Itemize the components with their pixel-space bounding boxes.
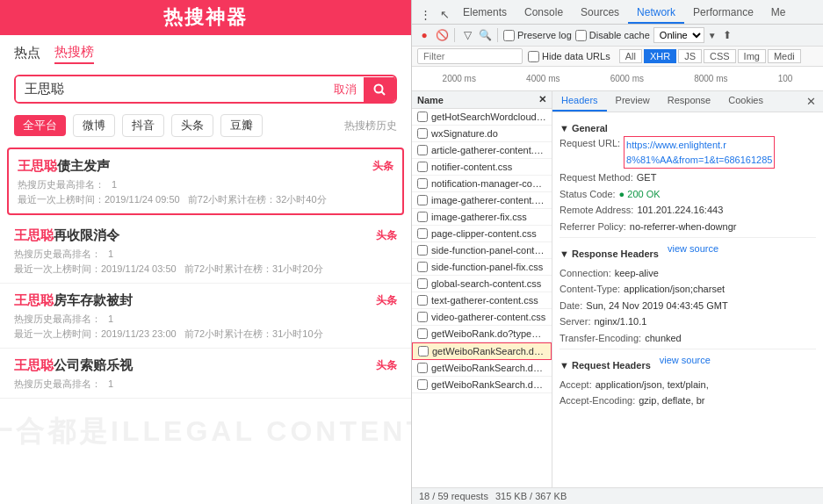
details-close-button[interactable]: ✕ bbox=[799, 91, 823, 112]
req-checkbox-5[interactable] bbox=[417, 195, 428, 205]
method-value: GET bbox=[637, 170, 657, 185]
request-item-13[interactable]: getWeiboRank.do?type=real bbox=[412, 326, 552, 342]
filter-toutiao-button[interactable]: 头条 bbox=[171, 114, 213, 137]
devtools-options-icon[interactable]: ⋮ bbox=[415, 4, 435, 24]
type-js-button[interactable]: JS bbox=[678, 49, 702, 63]
req-checkbox-12[interactable] bbox=[417, 312, 428, 322]
filter-all-button[interactable]: 全平台 bbox=[14, 115, 66, 136]
hide-data-urls-checkbox[interactable] bbox=[528, 51, 539, 62]
request-item-9[interactable]: side-function-panel-fix.css bbox=[412, 259, 552, 276]
req-name-6: image-gatherer-fix.css bbox=[431, 212, 527, 222]
throttle-arrow: ▼ bbox=[708, 31, 717, 40]
type-media-button[interactable]: Medi bbox=[768, 49, 801, 63]
tab-sources[interactable]: Sources bbox=[572, 3, 628, 24]
req-checkbox-8[interactable] bbox=[417, 245, 428, 256]
tab-network[interactable]: Network bbox=[628, 3, 684, 24]
response-headers-view-source[interactable]: view source bbox=[668, 241, 718, 264]
req-checkbox-3[interactable] bbox=[417, 162, 428, 172]
request-headers-title-row: ▼ Request Headers view source bbox=[559, 353, 816, 376]
type-xhr-button[interactable]: XHR bbox=[644, 49, 676, 63]
search-submit-button[interactable] bbox=[364, 77, 395, 102]
devtools-inspect-icon[interactable]: ↖ bbox=[435, 4, 454, 24]
request-headers-view-source[interactable]: view source bbox=[660, 353, 711, 376]
rank-label-1: 热搜历史最高排名： bbox=[18, 179, 105, 190]
details-tab-cookies[interactable]: Cookies bbox=[719, 91, 772, 112]
req-checkbox-11[interactable] bbox=[417, 295, 428, 306]
tab-performance[interactable]: Performance bbox=[684, 3, 762, 24]
req-checkbox-4[interactable] bbox=[417, 178, 428, 189]
req-checkbox-10[interactable] bbox=[417, 278, 428, 289]
request-item-15[interactable]: getWeiboRankSearch.do?key bbox=[412, 360, 552, 377]
preserve-log-checkbox[interactable] bbox=[503, 30, 515, 41]
req-checkbox-1[interactable] bbox=[417, 128, 428, 139]
timeline-label-3: 6000 ms bbox=[610, 74, 644, 83]
filter-icon[interactable]: ▽ bbox=[460, 28, 474, 42]
req-checkbox-6[interactable] bbox=[417, 212, 428, 222]
request-item-16[interactable]: getWeiboRankSearch.do?key▼ bbox=[412, 377, 552, 393]
request-item-14[interactable]: getWeiboRankSearch.do?key bbox=[412, 342, 552, 360]
tab-more[interactable]: Me bbox=[762, 3, 795, 24]
clear-icon[interactable]: 🚫 bbox=[435, 28, 449, 42]
type-all-button[interactable]: All bbox=[619, 49, 642, 63]
request-item-10[interactable]: global-search-content.css bbox=[412, 276, 552, 292]
type-img-button[interactable]: Img bbox=[738, 49, 766, 63]
search-input[interactable] bbox=[16, 76, 327, 102]
details-tab-headers[interactable]: Headers bbox=[552, 91, 607, 112]
search-cancel-button[interactable]: 取消 bbox=[327, 82, 364, 97]
filter-douyin-button[interactable]: 抖音 bbox=[122, 114, 164, 137]
disable-cache-checkbox[interactable] bbox=[575, 30, 587, 41]
request-item-4[interactable]: notification-manager-conten bbox=[412, 176, 552, 192]
req-checkbox-14[interactable] bbox=[418, 346, 429, 356]
filter-douban-button[interactable]: 豆瓣 bbox=[220, 114, 263, 137]
record-icon[interactable]: ● bbox=[417, 28, 431, 42]
request-item-2[interactable]: article-gatherer-content.css bbox=[412, 142, 552, 159]
request-item-11[interactable]: text-gatherer-content.css bbox=[412, 292, 552, 309]
disable-cache-label[interactable]: Disable cache bbox=[575, 30, 650, 41]
result-item-4[interactable]: 王思聪公司索赔乐视 头条 热搜历史最高排名：1 bbox=[0, 349, 411, 399]
search-network-icon[interactable]: 🔍 bbox=[478, 28, 492, 42]
tab-console[interactable]: Console bbox=[516, 3, 572, 24]
result-item-1[interactable]: 王思聪债主发声 头条 热搜历史最高排名：1 最近一次上榜时间：2019/11/2… bbox=[7, 148, 404, 215]
req-checkbox-15[interactable] bbox=[417, 363, 428, 373]
result-item-3[interactable]: 王思聪房车存款被封 头条 热搜历史最高排名：1 最近一次上榜时间：2019/11… bbox=[0, 284, 411, 349]
req-name-15: getWeiboRankSearch.do?key bbox=[431, 363, 546, 373]
filter-input[interactable] bbox=[417, 48, 523, 64]
request-item-1[interactable]: wxSignature.do bbox=[412, 126, 552, 142]
req-accept-row: Accept: application/json, text/plain, bbox=[559, 378, 816, 392]
throttle-select[interactable]: Online bbox=[653, 27, 704, 43]
details-tab-preview[interactable]: Preview bbox=[607, 91, 659, 112]
response-headers-title: ▼ Response Headers bbox=[559, 247, 659, 262]
details-tab-response[interactable]: Response bbox=[659, 91, 720, 112]
request-headers-title: ▼ Request Headers bbox=[559, 358, 651, 373]
requests-header-close[interactable]: ✕ bbox=[538, 94, 546, 105]
tab-hot-search[interactable]: 热搜榜 bbox=[54, 42, 94, 64]
time-label-1: 最近一次上榜时间： bbox=[18, 194, 105, 205]
preserve-log-label[interactable]: Preserve log bbox=[503, 30, 572, 41]
resp-date-value: Sun, 24 Nov 2019 04:43:45 GMT bbox=[586, 299, 727, 313]
tab-hotspot[interactable]: 热点 bbox=[14, 43, 40, 63]
tab-elements[interactable]: Elements bbox=[454, 3, 516, 24]
req-checkbox-0[interactable] bbox=[417, 112, 428, 122]
result-source-3: 头条 bbox=[376, 293, 397, 308]
request-item-7[interactable]: page-clipper-content.css bbox=[412, 226, 552, 242]
request-item-0[interactable]: getHotSearchWordcloud.do bbox=[412, 109, 552, 126]
req-name-4: notification-manager-conten bbox=[431, 178, 546, 189]
result-item-2[interactable]: 王思聪再收限消令 头条 热搜历史最高排名：1 最近一次上榜时间：2019/11/… bbox=[0, 219, 411, 284]
request-item-12[interactable]: video-gatherer-content.css bbox=[412, 309, 552, 326]
request-item-3[interactable]: notifier-content.css bbox=[412, 159, 552, 176]
request-item-8[interactable]: side-function-panel-content bbox=[412, 242, 552, 259]
request-item-5[interactable]: image-gatherer-content.css bbox=[412, 192, 552, 209]
req-checkbox-2[interactable] bbox=[417, 145, 428, 155]
type-css-button[interactable]: CSS bbox=[704, 49, 736, 63]
req-checkbox-16[interactable] bbox=[417, 379, 428, 390]
filter-weibo-button[interactable]: 微博 bbox=[73, 114, 115, 137]
req-checkbox-7[interactable] bbox=[417, 228, 428, 239]
req-checkbox-9[interactable] bbox=[417, 262, 428, 272]
upload-icon[interactable]: ⬆ bbox=[720, 28, 734, 42]
request-item-6[interactable]: image-gatherer-fix.css bbox=[412, 209, 552, 226]
req-checkbox-13[interactable] bbox=[417, 328, 428, 339]
search-bar: 取消 bbox=[14, 75, 397, 104]
hide-data-urls-label[interactable]: Hide data URLs bbox=[528, 51, 610, 62]
requests-header-name: Name bbox=[417, 95, 444, 105]
history-link[interactable]: 热搜榜历史 bbox=[344, 119, 397, 133]
